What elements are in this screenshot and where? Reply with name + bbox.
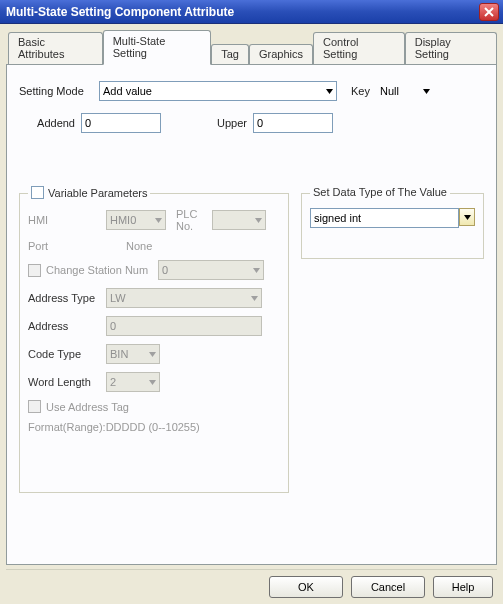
addend-input[interactable] <box>81 113 161 133</box>
address-type-combo: LW <box>106 288 262 308</box>
variable-parameters-legend-text: Variable Parameters <box>48 187 147 199</box>
chevron-down-icon <box>251 295 258 302</box>
word-length-value: 2 <box>110 376 116 388</box>
variable-parameters-checkbox[interactable] <box>31 186 44 199</box>
key-combo[interactable]: Null <box>377 81 433 101</box>
chevron-down-icon <box>326 88 333 95</box>
code-type-row: Code Type BIN <box>28 344 280 364</box>
port-label: Port <box>28 240 106 252</box>
window-title: Multi-State Setting Component Attribute <box>6 5 479 19</box>
port-row: Port None <box>28 240 280 252</box>
chevron-down-icon <box>255 217 262 224</box>
word-length-label: Word Length <box>28 376 106 388</box>
set-data-type-legend: Set Data Type of The Value <box>310 186 450 198</box>
upper-input[interactable] <box>253 113 333 133</box>
code-type-value: BIN <box>110 348 128 360</box>
port-value: None <box>126 240 152 252</box>
setting-mode-value: Add value <box>103 85 152 97</box>
use-address-tag-label: Use Address Tag <box>46 401 129 413</box>
plcno-label: PLC No. <box>176 208 212 232</box>
hmi-label: HMI <box>28 214 106 226</box>
tab-basic-attributes[interactable]: Basic Attributes <box>8 32 103 64</box>
hmi-value: HMI0 <box>110 214 136 226</box>
address-type-row: Address Type LW <box>28 288 280 308</box>
use-address-tag-checkbox <box>28 400 41 413</box>
tab-display-setting[interactable]: Display Setting <box>405 32 497 64</box>
code-type-combo: BIN <box>106 344 160 364</box>
tab-strip: Basic Attributes Multi-State Setting Tag… <box>8 30 497 64</box>
set-data-type-group: Set Data Type of The Value signed int <box>301 193 484 259</box>
chevron-down-icon <box>253 267 260 274</box>
code-type-label: Code Type <box>28 348 106 360</box>
tab-control-setting[interactable]: Control Setting <box>313 32 405 64</box>
data-type-combo[interactable]: signed int <box>310 208 459 228</box>
addend-label: Addend <box>19 117 75 129</box>
chevron-down-icon <box>149 379 156 386</box>
hmi-combo: HMI0 <box>106 210 166 230</box>
change-station-row: Change Station Num 0 <box>28 260 280 280</box>
tab-graphics[interactable]: Graphics <box>249 44 313 64</box>
tab-panel: Setting Mode Add value Key Null Addend U… <box>6 64 497 565</box>
change-station-combo: 0 <box>158 260 264 280</box>
help-button[interactable]: Help <box>433 576 493 598</box>
address-input <box>106 316 262 336</box>
format-range-text: Format(Range):DDDDD (0--10255) <box>28 421 280 433</box>
data-type-dropdown-button[interactable] <box>459 208 475 226</box>
address-type-label: Address Type <box>28 292 106 304</box>
setting-mode-row: Setting Mode Add value Key Null <box>19 81 484 101</box>
chevron-down-icon <box>149 351 156 358</box>
address-row: Address <box>28 316 280 336</box>
set-data-type-legend-text: Set Data Type of The Value <box>313 186 447 198</box>
data-type-row: signed int <box>310 208 475 228</box>
word-length-row: Word Length 2 <box>28 372 280 392</box>
title-bar: Multi-State Setting Component Attribute <box>0 0 503 24</box>
use-address-tag-row: Use Address Tag <box>28 400 280 413</box>
close-icon <box>484 7 494 17</box>
cancel-button[interactable]: Cancel <box>351 576 425 598</box>
lower-section: Variable Parameters HMI HMI0 PLC No. <box>19 193 484 493</box>
dialog-body: Basic Attributes Multi-State Setting Tag… <box>0 24 503 604</box>
change-station-label: Change Station Num <box>46 264 158 276</box>
word-length-combo: 2 <box>106 372 160 392</box>
variable-parameters-group: Variable Parameters HMI HMI0 PLC No. <box>19 193 289 493</box>
address-label: Address <box>28 320 106 332</box>
ok-button[interactable]: OK <box>269 576 343 598</box>
addend-upper-row: Addend Upper <box>19 113 484 133</box>
address-type-value: LW <box>110 292 126 304</box>
data-type-value: signed int <box>314 212 361 224</box>
variable-parameters-legend: Variable Parameters <box>28 186 150 199</box>
setting-mode-combo[interactable]: Add value <box>99 81 337 101</box>
chevron-down-icon <box>464 215 471 220</box>
tab-multi-state-setting[interactable]: Multi-State Setting <box>103 30 212 65</box>
setting-mode-label: Setting Mode <box>19 85 99 97</box>
chevron-down-icon <box>155 217 162 224</box>
key-value: Null <box>380 85 399 97</box>
upper-label: Upper <box>191 117 247 129</box>
hmi-row: HMI HMI0 PLC No. <box>28 208 280 232</box>
change-station-checkbox <box>28 264 41 277</box>
change-station-value: 0 <box>162 264 168 276</box>
key-label: Key <box>351 85 377 97</box>
chevron-down-icon <box>423 88 430 95</box>
tab-tag[interactable]: Tag <box>211 44 249 64</box>
dialog-button-row: OK Cancel Help <box>6 569 497 598</box>
plcno-combo <box>212 210 266 230</box>
close-button[interactable] <box>479 3 499 21</box>
